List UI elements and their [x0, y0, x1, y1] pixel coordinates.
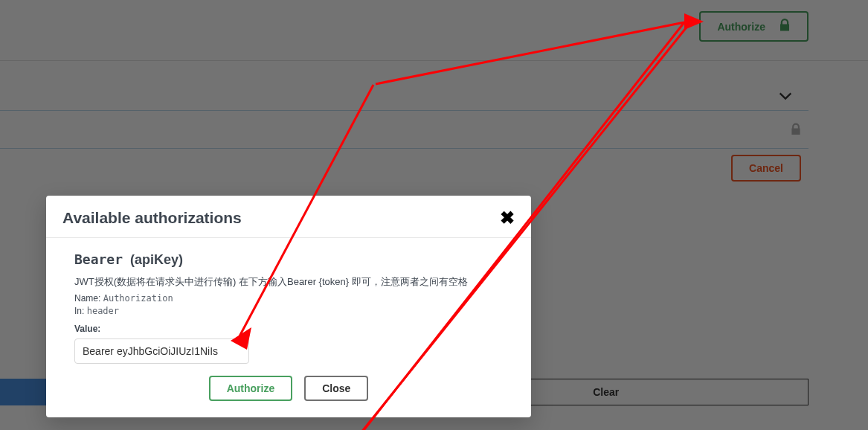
value-input[interactable] — [74, 338, 249, 364]
modal-header: Available authorizations ✖ — [46, 196, 531, 238]
value-label: Value: — [74, 324, 503, 334]
scheme-name: Bearer — [74, 251, 123, 267]
modal-actions: Authorize Close — [74, 376, 503, 401]
modal-close-button[interactable]: Close — [304, 376, 368, 401]
modal-authorize-button[interactable]: Authorize — [209, 376, 293, 401]
scheme-type: (apiKey) — [130, 252, 183, 267]
authorizations-modal: Available authorizations ✖ Bearer (apiKe… — [46, 196, 531, 417]
scheme-name-meta: Name: Authorization — [74, 293, 503, 304]
scheme-in-meta: In: header — [74, 306, 503, 316]
close-icon[interactable]: ✖ — [500, 209, 515, 227]
scheme-title: Bearer (apiKey) — [74, 251, 503, 268]
modal-title: Available authorizations — [62, 209, 242, 227]
scheme-description: JWT授权(数据将在请求头中进行传输) 在下方输入Bearer {token} … — [74, 275, 503, 289]
modal-body: Bearer (apiKey) JWT授权(数据将在请求头中进行传输) 在下方输… — [46, 238, 531, 417]
